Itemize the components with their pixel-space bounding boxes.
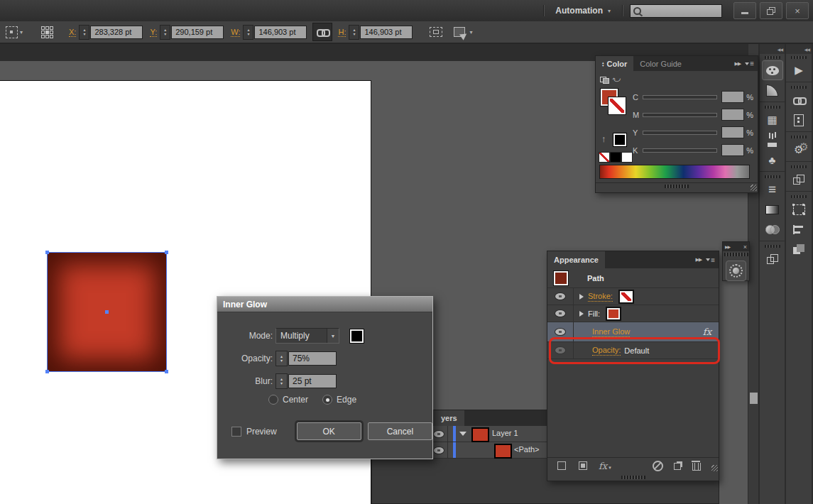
dock-grip[interactable] [791,86,807,89]
panel-resize-grip[interactable] [751,185,757,191]
dialog-title-bar[interactable]: Inner Glow [217,297,432,312]
collapse-panel-icon[interactable]: ▶▶ [734,61,741,67]
visibility-eye-icon[interactable] [547,288,574,305]
dock-grip[interactable] [791,56,807,59]
color-spectrum-bar[interactable] [599,165,750,179]
expand-panel-icon[interactable]: ▶▶ [725,244,730,249]
free-transform-panel-button[interactable] [788,199,809,219]
expand-row-icon[interactable] [579,311,584,317]
panel-menu-icon[interactable]: ≡ [706,256,715,264]
pathfinder-panel-button[interactable] [788,170,809,190]
dock-grip[interactable] [791,195,807,198]
stroke-row[interactable]: Stroke: [547,288,719,305]
transform-widget-icon[interactable] [6,26,18,38]
height-field[interactable]: 146,903 pt [360,26,413,39]
opacity-stepper[interactable]: ▴▾ [275,351,288,366]
preview-checkbox[interactable] [231,427,241,437]
selected-red-square-artwork[interactable] [48,253,166,371]
artboard-info-panel-button[interactable] [788,110,809,130]
edge-radio[interactable] [322,395,332,405]
chevron-down-icon[interactable]: ▾ [469,29,472,35]
visibility-eye-icon[interactable] [547,305,574,322]
links-panel-button[interactable] [788,90,809,110]
edge-radio-label[interactable]: Edge [337,395,356,405]
duplicate-swatch-icon[interactable] [600,77,609,84]
artboards-panel-button[interactable] [762,249,783,269]
vertical-scrollbar-thumb[interactable] [750,393,758,404]
y-field[interactable]: 290,159 pt [171,26,224,39]
panel-grip[interactable] [621,476,645,479]
restore-button[interactable] [760,2,782,19]
inner-glow-row[interactable]: Inner Glow fx [547,322,719,342]
dock-grip[interactable] [765,245,780,248]
collapse-panel-icon[interactable]: ▶▶ [695,257,702,263]
color-guide-panel-button[interactable] [762,80,783,100]
add-new-stroke-button[interactable] [557,461,566,470]
add-new-fill-button[interactable] [579,461,587,470]
fill-row[interactable]: Fill: [547,305,719,322]
inner-glow-link[interactable]: Inner Glow [592,327,630,337]
selection-handle-bottom-right[interactable] [165,370,168,373]
black-value-field[interactable] [721,144,744,156]
visibility-eye-icon[interactable] [547,342,574,358]
expand-layer-icon[interactable] [459,432,466,436]
glow-color-swatch[interactable] [349,329,364,344]
panel-grip[interactable] [724,253,748,256]
tab-color-guide[interactable]: Color Guide [633,56,688,71]
actions-panel-button[interactable]: ▶ [788,60,809,80]
path-name[interactable]: <Path> [514,445,539,454]
blur-field[interactable]: 25 pt [288,374,337,388]
width-stepper[interactable]: ▴▾ [243,25,253,40]
selection-center-anchor[interactable] [105,310,109,314]
preview-label[interactable]: Preview [246,427,277,437]
width-field-label[interactable]: W: [231,28,240,37]
constrain-proportions-button[interactable] [312,23,332,41]
center-radio[interactable] [268,395,278,405]
selection-handle-top-right[interactable] [165,251,168,254]
active-color-swatch[interactable] [613,133,627,147]
panel-grip[interactable] [665,185,689,188]
last-color-icon[interactable]: ↑ [601,133,606,144]
add-new-effect-button[interactable]: fx [599,461,607,471]
stroke-panel-button[interactable]: ≡ [762,180,783,199]
duplicate-item-button[interactable] [674,461,682,470]
cyan-value-field[interactable] [721,91,744,103]
clear-appearance-button[interactable] [653,461,663,471]
tab-appearance[interactable]: Appearance [547,251,605,268]
tab-color[interactable]: ▴▾ Color [596,56,633,71]
gradient-panel-button[interactable] [762,199,783,219]
stroke-link[interactable]: Stroke: [588,292,613,302]
swap-fill-stroke-icon[interactable]: ⤸ [612,77,621,82]
opacity-link[interactable]: Opacity: [592,346,621,356]
fill-color-swatch[interactable] [606,307,621,321]
height-field-label[interactable]: H: [338,28,346,37]
expand-row-icon[interactable] [579,294,584,300]
collapsed-panel-button[interactable] [726,261,746,281]
panel-resize-grip[interactable] [711,465,718,471]
automation-panel-button[interactable]: ⚙ [788,140,809,160]
blur-stepper[interactable]: ▴▾ [275,373,288,389]
dock-grip[interactable] [791,136,807,138]
yellow-value-field[interactable] [721,126,744,138]
align-panel-button[interactable] [788,219,809,239]
fill-label[interactable]: Fill: [588,309,600,318]
collapse-dock-icon[interactable]: ◀◀ [786,44,812,54]
magenta-slider[interactable] [643,113,717,117]
opacity-row[interactable]: Opacity: Default [547,342,719,359]
swatches-panel-button[interactable]: ▦ [762,110,783,130]
opacity-field[interactable]: 75% [288,351,337,366]
workspace-switcher[interactable]: Automation ▾ [551,6,615,16]
color-panel-button[interactable] [762,60,783,80]
visibility-eye-icon[interactable] [433,430,444,439]
black-swatch[interactable] [610,152,621,163]
cyan-slider[interactable] [643,95,717,99]
search-box[interactable] [630,4,722,18]
dock-grip[interactable] [765,175,780,178]
selection-handle-bottom-left[interactable] [45,370,49,373]
none-swatch[interactable] [599,152,610,163]
width-field[interactable]: 146,903 pt [254,26,307,39]
close-button[interactable]: × [786,2,809,19]
x-field[interactable]: 283,328 pt [90,26,143,39]
white-swatch[interactable] [621,152,633,163]
search-input[interactable] [644,6,719,16]
